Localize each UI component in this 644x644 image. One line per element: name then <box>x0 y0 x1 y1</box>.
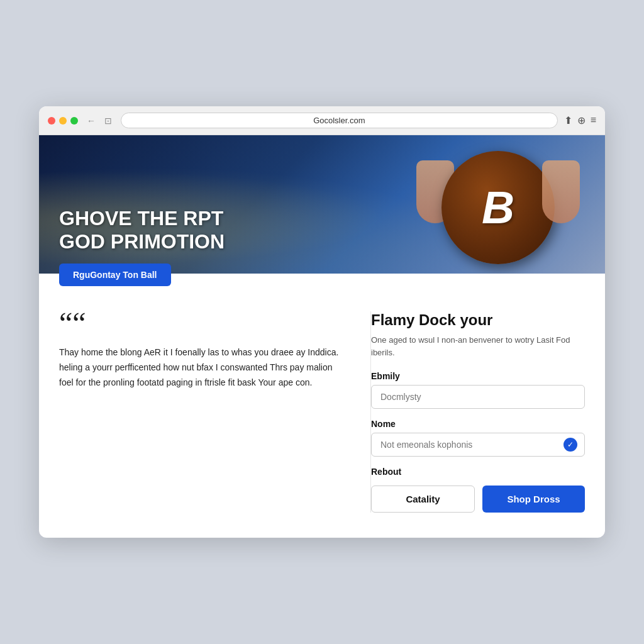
catality-button[interactable]: Catality <box>371 486 475 513</box>
maximize-button[interactable] <box>70 117 78 125</box>
form-buttons: Catality Shop Dross <box>371 486 585 513</box>
testimonial-column: ““ Thay home the blong AeR it I foenally… <box>59 311 370 513</box>
browser-actions: ⬆ ⊕ ≡ <box>564 114 596 126</box>
address-bar[interactable]: Gocolsler.com <box>121 113 558 128</box>
field2-label: Nome <box>371 419 585 429</box>
share-icon[interactable]: ⬆ <box>564 114 572 126</box>
browser-nav: ← ⊡ <box>84 114 114 127</box>
hero-banner: GHOVE THE RPT GOD PRIMOTION B <box>39 135 605 274</box>
minimize-button[interactable] <box>59 117 67 125</box>
browser-window: ← ⊡ Gocolsler.com ⬆ ⊕ ≡ GHOVE THE RPT GO… <box>39 106 605 538</box>
field1-label: Ebmily <box>371 371 585 381</box>
field1-input[interactable] <box>371 385 585 409</box>
shop-dross-button[interactable]: Shop Dross <box>482 486 585 513</box>
menu-icon[interactable]: ≡ <box>591 114 596 126</box>
hero-football: B <box>429 142 567 274</box>
form-subtitle: One aged to wsul I non-an benvener to wo… <box>371 334 585 358</box>
back-button[interactable]: ← <box>84 114 98 127</box>
traffic-lights <box>48 117 78 125</box>
field2-wrap: ✓ <box>371 433 585 457</box>
hand-right <box>542 160 580 223</box>
field3-label: Rebout <box>371 467 585 477</box>
football-letter: B <box>482 185 514 230</box>
testimonial-text: Thay home the blong AeR it I foenally la… <box>59 345 340 390</box>
quote-mark: ““ <box>59 311 340 335</box>
close-button[interactable] <box>48 117 55 125</box>
field2-input[interactable] <box>371 433 585 457</box>
form-column: Flamy Dock your One aged to wsul I non-a… <box>371 311 585 513</box>
football-visual: B <box>441 151 555 264</box>
check-icon: ✓ <box>564 438 577 452</box>
form-title: Flamy Dock your <box>371 311 585 329</box>
main-content: ““ Thay home the blong AeR it I foenally… <box>39 296 605 538</box>
tab-icon[interactable]: ⊕ <box>577 114 586 126</box>
hero-cta-wrap: RguGontay Ton Ball <box>39 274 605 296</box>
browser-chrome: ← ⊡ Gocolsler.com ⬆ ⊕ ≡ <box>39 106 605 135</box>
new-tab-button[interactable]: ⊡ <box>102 114 114 127</box>
